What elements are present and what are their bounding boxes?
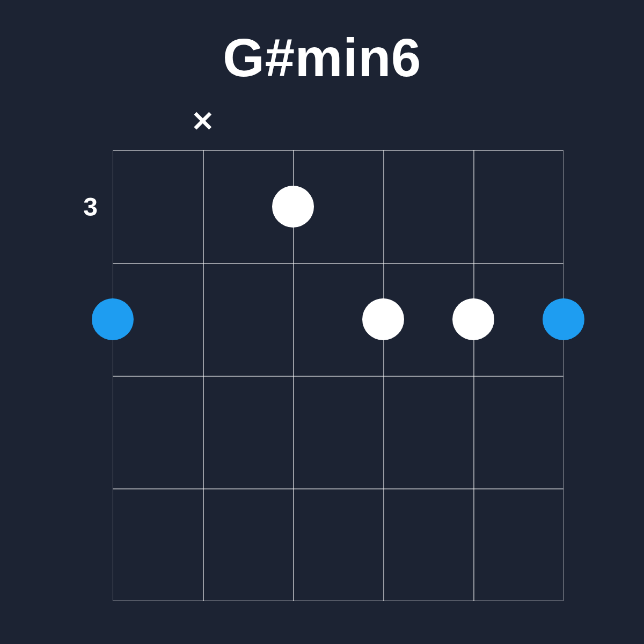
mute-mark-icon: ✕ [191,107,215,135]
fret-line [113,263,564,264]
finger-dot [452,298,494,340]
barre-dot [543,298,584,340]
chord-diagram-card: G#min6 ✕ 3 [0,0,644,644]
string-line [383,150,384,601]
barre-dot [92,298,134,340]
fretboard-diagram: ✕ [113,150,564,601]
fret-line [113,376,564,377]
string-line [473,150,474,601]
chord-name: G#min6 [0,27,644,89]
string-line [203,150,204,601]
fret-line [113,488,564,489]
finger-dot [272,186,314,228]
finger-dot [362,298,404,340]
starting-fret-label: 3 [83,192,113,222]
